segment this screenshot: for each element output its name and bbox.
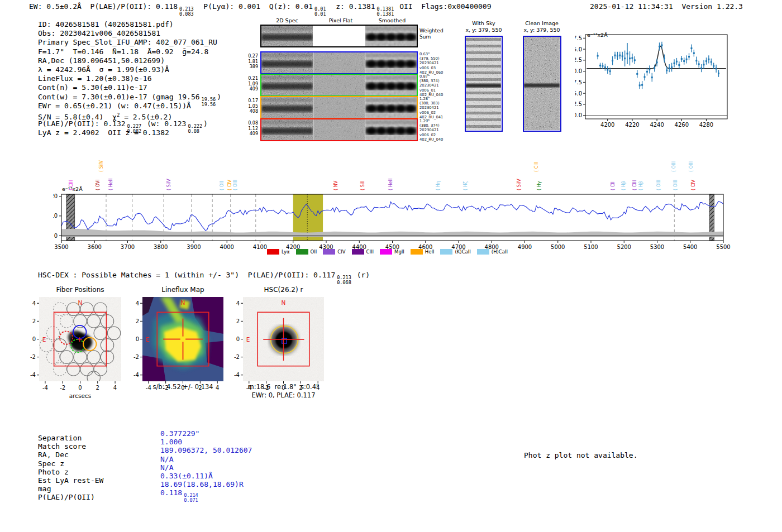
weighted-sum-row-segment-1 (313, 26, 365, 46)
stacked-uncertainty: 19.5619.56 (202, 97, 216, 107)
fiber-detail-value: 20230421 (419, 83, 446, 88)
fiber-2d-row-segment-0 (261, 97, 313, 118)
main-ylabel: e⁻¹⁷x2Å (62, 186, 83, 192)
spectrum-legend: LyαOIICIVCIIIMgIIHeII(K)CaII(H)CaII (267, 249, 508, 255)
legend-swatch-CIV (323, 249, 335, 255)
fiber-2d-row-right-labels: 0.87"(380, 374)20230421v006_01402_RU_040 (419, 74, 446, 97)
svg-text:4: 4 (136, 300, 139, 306)
svg-text:2: 2 (32, 318, 36, 324)
svg-text:0.0: 0.0 (575, 112, 582, 118)
svg-text:-4: -4 (133, 372, 139, 378)
fiber-2d-row-segment-1 (313, 119, 365, 140)
svg-text:7.5: 7.5 (575, 79, 582, 85)
match-table-label: mag (38, 485, 103, 493)
photz-note: Phot z plot not available. (524, 451, 638, 460)
svg-text:-4: -4 (30, 372, 36, 378)
legend-label: MgII (394, 249, 404, 255)
svg-text:0: 0 (54, 233, 58, 239)
fiber-2d-row (260, 118, 418, 141)
svg-text:-2: -2 (133, 354, 139, 360)
svg-text:20: 20 (53, 193, 58, 199)
fiber-detail-value: v006_03 (419, 66, 446, 70)
fiber-weight-value: 0.17 (245, 98, 258, 104)
fiber-detail-value: 0.87" (419, 74, 446, 79)
legend-label: HeII (425, 249, 435, 255)
match-table-label: Photo z (38, 468, 103, 476)
stacked-uncertainty: 0.13810.1381 (377, 7, 394, 17)
fiber-2d-row-left-labels: 0.211.09409 (245, 76, 258, 92)
clean-image-title: Clean Image (514, 20, 570, 27)
fiber-weight-value: 1.09 (245, 82, 258, 87)
svg-text:2.5: 2.5 (575, 101, 582, 107)
legend-item: (K)CaII (440, 249, 470, 255)
legend-swatch-Lyα (267, 249, 279, 255)
fiber-2d-row-right-labels: 1.29"(380, 374)20230421v006_02402_RU_040 (419, 119, 446, 142)
fiber-weight-value: 389 (245, 64, 258, 70)
match-table-values: 0.377229"1.000189.096372, 50.012607N/AN/… (160, 429, 252, 497)
weighted-sum-label-line2: Sum (419, 34, 444, 40)
legend-item: Lyα (267, 249, 290, 255)
svg-text:4260: 4260 (675, 122, 689, 128)
emission-line-label-OIII: ( OIII (689, 161, 694, 172)
match-table-label: Est LyA rest-EW (38, 476, 103, 485)
header-datetime: 2025-01-12 11:34:31 Version 1.22.3 (590, 2, 743, 11)
legend-swatch-MgII (380, 249, 392, 255)
legend-swatch-OII (296, 249, 308, 255)
weighted-sum-label: Weighted Sum (419, 28, 444, 40)
info-line: Obs: 20230421v006_4026581581 (38, 29, 221, 38)
svg-text:3700: 3700 (121, 244, 135, 250)
svg-text:5000: 5000 (551, 244, 565, 250)
svg-text:3600: 3600 (88, 244, 102, 250)
fiber-detail-value: (380, 374) (419, 123, 446, 128)
legend-item: CIV (323, 249, 345, 255)
legend-item: OII (296, 249, 317, 255)
legend-label: (H)CaII (492, 249, 508, 255)
svg-text:4240: 4240 (650, 122, 664, 128)
info-line: LineFlux = 1.20(±0.38)e-16 (38, 74, 221, 83)
fiber-detail-value: 1.29" (419, 119, 446, 123)
svg-text:5200: 5200 (617, 244, 631, 250)
fiber-2d-row-segment-1 (313, 75, 365, 95)
svg-text:5100: 5100 (584, 244, 598, 250)
fiber-weight-value: 1.81 (245, 59, 258, 65)
match-table-value: 0.1180.2140.071 (160, 488, 252, 497)
fiber-2d-row-segment-0 (261, 52, 313, 73)
svg-text:0: 0 (236, 336, 240, 342)
match-table-value: 0.377229" (160, 429, 252, 438)
info-line: RA,Dec (189.096451,50.012699) (38, 56, 221, 65)
svg-text:0: 0 (32, 336, 36, 342)
match-table-value: N/A (160, 455, 252, 463)
svg-text:E: E (146, 336, 150, 343)
with-sky-coords: x, y: 379, 550 (456, 27, 512, 33)
hsc-caption-2: EWr: 0, PLAE: 0.117 (235, 391, 332, 399)
legend-item: MgII (380, 249, 404, 255)
match-table-label: Spec z (38, 459, 103, 468)
fiber-weight-value: 1.12 (245, 126, 258, 132)
spec2d-title-2dspec: 2D Spec (259, 17, 315, 23)
stacked-uncertainty: 0.2130.083 (179, 7, 194, 17)
fiber-2d-row-right-labels: 0.63"(379, 550)20230421v006_03402_RU_060 (419, 52, 446, 75)
svg-text:N: N (181, 299, 185, 306)
fiber-2d-row-segment-0 (261, 119, 313, 140)
fiber-detail-value: 0.63" (419, 52, 446, 56)
fiber-2d-row-segment-1 (313, 97, 365, 118)
info-line: Primary Spec_Slot_IFU_AMP: 402_077_061_R… (38, 38, 221, 47)
stacked-uncertainty: 0.2220.08 (188, 124, 202, 134)
fiber-2d-row-segment-2 (365, 75, 417, 95)
svg-text:3800: 3800 (154, 244, 168, 250)
svg-text:4280: 4280 (699, 122, 713, 128)
weighted-sum-row-segment-0 (261, 26, 313, 46)
fiber-weight-value: 1.05 (245, 104, 258, 109)
svg-text:15.0: 15.0 (575, 46, 582, 52)
info-block: ID: 4026581581 (4026581581.pdf)Obs: 2023… (38, 20, 221, 137)
svg-text:3900: 3900 (187, 244, 201, 250)
svg-text:17.5: 17.5 (575, 35, 582, 41)
info-line: S/N = 5.8(±0.4) χ2 = 2.5(±0.2) (38, 111, 221, 119)
fiber-detail-value: v006_02 (419, 111, 446, 115)
stacked-uncertainty: 0.010.01 (314, 7, 326, 17)
svg-text:4: 4 (32, 300, 36, 306)
fiber-detail-value: 20230421 (419, 106, 446, 110)
svg-text:5.0: 5.0 (575, 90, 582, 97)
svg-text:4900: 4900 (518, 244, 532, 250)
fiber-detail-value: (380, 374) (419, 79, 446, 83)
